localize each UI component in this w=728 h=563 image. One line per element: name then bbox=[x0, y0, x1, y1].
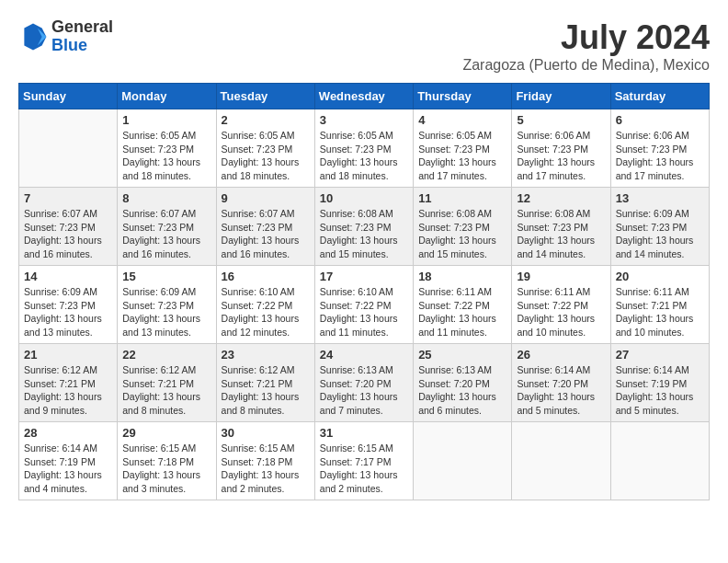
location-subtitle: Zaragoza (Puerto de Medina), Mexico bbox=[462, 57, 710, 74]
day-number: 22 bbox=[122, 348, 210, 362]
day-info: Sunrise: 6:05 AMSunset: 7:23 PMDaylight:… bbox=[320, 129, 408, 183]
day-info: Sunrise: 6:15 AMSunset: 7:18 PMDaylight:… bbox=[222, 442, 310, 496]
day-number: 14 bbox=[24, 270, 112, 283]
day-info: Sunrise: 6:07 AMSunset: 7:23 PMDaylight:… bbox=[122, 207, 210, 261]
day-number: 2 bbox=[222, 113, 310, 127]
logo: General Blue bbox=[18, 18, 113, 55]
day-number: 25 bbox=[418, 348, 506, 362]
calendar-week-row: 1Sunrise: 6:05 AMSunset: 7:23 PMDaylight… bbox=[19, 109, 710, 188]
calendar-cell: 14Sunrise: 6:09 AMSunset: 7:23 PMDayligh… bbox=[19, 266, 118, 344]
calendar-cell bbox=[610, 422, 709, 500]
day-number: 13 bbox=[616, 191, 704, 205]
day-info: Sunrise: 6:09 AMSunset: 7:23 PMDaylight:… bbox=[24, 285, 112, 339]
calendar-cell: 9Sunrise: 6:07 AMSunset: 7:23 PMDaylight… bbox=[216, 188, 314, 266]
calendar-week-row: 14Sunrise: 6:09 AMSunset: 7:23 PMDayligh… bbox=[19, 266, 710, 344]
calendar-cell: 24Sunrise: 6:13 AMSunset: 7:20 PMDayligh… bbox=[314, 344, 413, 422]
weekday-header-monday: Monday bbox=[118, 84, 216, 109]
day-info: Sunrise: 6:10 AMSunset: 7:22 PMDaylight:… bbox=[222, 285, 310, 339]
day-number: 23 bbox=[222, 348, 310, 362]
day-info: Sunrise: 6:14 AMSunset: 7:19 PMDaylight:… bbox=[24, 442, 112, 496]
day-info: Sunrise: 6:09 AMSunset: 7:23 PMDaylight:… bbox=[122, 285, 210, 339]
day-number: 17 bbox=[320, 270, 408, 283]
weekday-header-friday: Friday bbox=[512, 84, 610, 109]
day-info: Sunrise: 6:12 AMSunset: 7:21 PMDaylight:… bbox=[222, 363, 310, 418]
calendar-cell: 31Sunrise: 6:15 AMSunset: 7:17 PMDayligh… bbox=[314, 422, 413, 500]
day-info: Sunrise: 6:11 AMSunset: 7:22 PMDaylight:… bbox=[517, 285, 605, 339]
day-number: 19 bbox=[517, 270, 605, 283]
day-number: 9 bbox=[222, 191, 310, 205]
calendar-cell: 10Sunrise: 6:08 AMSunset: 7:23 PMDayligh… bbox=[314, 188, 413, 266]
day-info: Sunrise: 6:05 AMSunset: 7:23 PMDaylight:… bbox=[122, 129, 210, 183]
calendar-cell: 5Sunrise: 6:06 AMSunset: 7:23 PMDaylight… bbox=[512, 109, 610, 188]
calendar-cell: 17Sunrise: 6:10 AMSunset: 7:22 PMDayligh… bbox=[314, 266, 413, 344]
day-info: Sunrise: 6:10 AMSunset: 7:22 PMDaylight:… bbox=[320, 285, 408, 339]
calendar-cell: 25Sunrise: 6:13 AMSunset: 7:20 PMDayligh… bbox=[414, 344, 512, 422]
calendar-week-row: 7Sunrise: 6:07 AMSunset: 7:23 PMDaylight… bbox=[19, 188, 710, 266]
day-info: Sunrise: 6:06 AMSunset: 7:23 PMDaylight:… bbox=[517, 129, 605, 183]
day-info: Sunrise: 6:08 AMSunset: 7:23 PMDaylight:… bbox=[517, 207, 605, 261]
calendar-cell: 19Sunrise: 6:11 AMSunset: 7:22 PMDayligh… bbox=[512, 266, 610, 344]
calendar-cell: 28Sunrise: 6:14 AMSunset: 7:19 PMDayligh… bbox=[19, 422, 118, 500]
calendar-cell: 30Sunrise: 6:15 AMSunset: 7:18 PMDayligh… bbox=[216, 422, 314, 500]
calendar-cell: 2Sunrise: 6:05 AMSunset: 7:23 PMDaylight… bbox=[216, 109, 314, 188]
day-number: 18 bbox=[418, 270, 506, 283]
day-number: 29 bbox=[122, 426, 210, 440]
calendar-cell: 22Sunrise: 6:12 AMSunset: 7:21 PMDayligh… bbox=[118, 344, 216, 422]
day-info: Sunrise: 6:05 AMSunset: 7:23 PMDaylight:… bbox=[222, 129, 310, 183]
calendar-cell: 23Sunrise: 6:12 AMSunset: 7:21 PMDayligh… bbox=[216, 344, 314, 422]
page-header: General Blue July 2024 Zaragoza (Puerto … bbox=[18, 18, 710, 74]
weekday-header-wednesday: Wednesday bbox=[314, 84, 413, 109]
calendar-week-row: 28Sunrise: 6:14 AMSunset: 7:19 PMDayligh… bbox=[19, 422, 710, 500]
day-info: Sunrise: 6:14 AMSunset: 7:19 PMDaylight:… bbox=[616, 363, 704, 418]
calendar-cell: 16Sunrise: 6:10 AMSunset: 7:22 PMDayligh… bbox=[216, 266, 314, 344]
day-info: Sunrise: 6:13 AMSunset: 7:20 PMDaylight:… bbox=[418, 363, 506, 418]
calendar-cell bbox=[19, 109, 118, 188]
calendar-cell bbox=[512, 422, 610, 500]
calendar-cell: 21Sunrise: 6:12 AMSunset: 7:21 PMDayligh… bbox=[19, 344, 118, 422]
calendar-cell: 27Sunrise: 6:14 AMSunset: 7:19 PMDayligh… bbox=[610, 344, 709, 422]
day-number: 20 bbox=[616, 270, 704, 283]
logo-general-text: General bbox=[51, 18, 113, 37]
calendar-cell: 7Sunrise: 6:07 AMSunset: 7:23 PMDaylight… bbox=[19, 188, 118, 266]
day-number: 15 bbox=[122, 270, 210, 283]
calendar-cell: 12Sunrise: 6:08 AMSunset: 7:23 PMDayligh… bbox=[512, 188, 610, 266]
day-number: 1 bbox=[122, 113, 210, 127]
day-info: Sunrise: 6:15 AMSunset: 7:18 PMDaylight:… bbox=[122, 442, 210, 496]
day-number: 8 bbox=[122, 191, 210, 205]
day-info: Sunrise: 6:08 AMSunset: 7:23 PMDaylight:… bbox=[320, 207, 408, 261]
month-year-title: July 2024 bbox=[462, 18, 710, 57]
day-number: 26 bbox=[517, 348, 605, 362]
calendar-cell: 13Sunrise: 6:09 AMSunset: 7:23 PMDayligh… bbox=[610, 188, 709, 266]
day-info: Sunrise: 6:07 AMSunset: 7:23 PMDaylight:… bbox=[24, 207, 112, 261]
day-info: Sunrise: 6:11 AMSunset: 7:21 PMDaylight:… bbox=[616, 285, 704, 339]
day-number: 5 bbox=[517, 113, 605, 127]
weekday-header-tuesday: Tuesday bbox=[216, 84, 314, 109]
calendar-cell: 15Sunrise: 6:09 AMSunset: 7:23 PMDayligh… bbox=[118, 266, 216, 344]
day-number: 30 bbox=[222, 426, 310, 440]
day-number: 7 bbox=[24, 191, 112, 205]
day-info: Sunrise: 6:14 AMSunset: 7:20 PMDaylight:… bbox=[517, 363, 605, 418]
day-info: Sunrise: 6:05 AMSunset: 7:23 PMDaylight:… bbox=[418, 129, 506, 183]
day-info: Sunrise: 6:09 AMSunset: 7:23 PMDaylight:… bbox=[616, 207, 704, 261]
calendar-cell: 6Sunrise: 6:06 AMSunset: 7:23 PMDaylight… bbox=[610, 109, 709, 188]
calendar-table: SundayMondayTuesdayWednesdayThursdayFrid… bbox=[18, 83, 710, 500]
day-info: Sunrise: 6:07 AMSunset: 7:23 PMDaylight:… bbox=[222, 207, 310, 261]
calendar-cell: 18Sunrise: 6:11 AMSunset: 7:22 PMDayligh… bbox=[414, 266, 512, 344]
calendar-cell bbox=[414, 422, 512, 500]
weekday-header-saturday: Saturday bbox=[610, 84, 709, 109]
day-number: 21 bbox=[24, 348, 112, 362]
day-number: 6 bbox=[616, 113, 704, 127]
day-info: Sunrise: 6:13 AMSunset: 7:20 PMDaylight:… bbox=[320, 363, 408, 418]
calendar-cell: 20Sunrise: 6:11 AMSunset: 7:21 PMDayligh… bbox=[610, 266, 709, 344]
day-number: 12 bbox=[517, 191, 605, 205]
day-number: 10 bbox=[320, 191, 408, 205]
calendar-cell: 3Sunrise: 6:05 AMSunset: 7:23 PMDaylight… bbox=[314, 109, 413, 188]
logo-icon bbox=[18, 22, 48, 52]
day-info: Sunrise: 6:08 AMSunset: 7:23 PMDaylight:… bbox=[418, 207, 506, 261]
day-number: 28 bbox=[24, 426, 112, 440]
calendar-cell: 26Sunrise: 6:14 AMSunset: 7:20 PMDayligh… bbox=[512, 344, 610, 422]
day-number: 24 bbox=[320, 348, 408, 362]
day-number: 16 bbox=[222, 270, 310, 283]
day-number: 3 bbox=[320, 113, 408, 127]
day-info: Sunrise: 6:11 AMSunset: 7:22 PMDaylight:… bbox=[418, 285, 506, 339]
